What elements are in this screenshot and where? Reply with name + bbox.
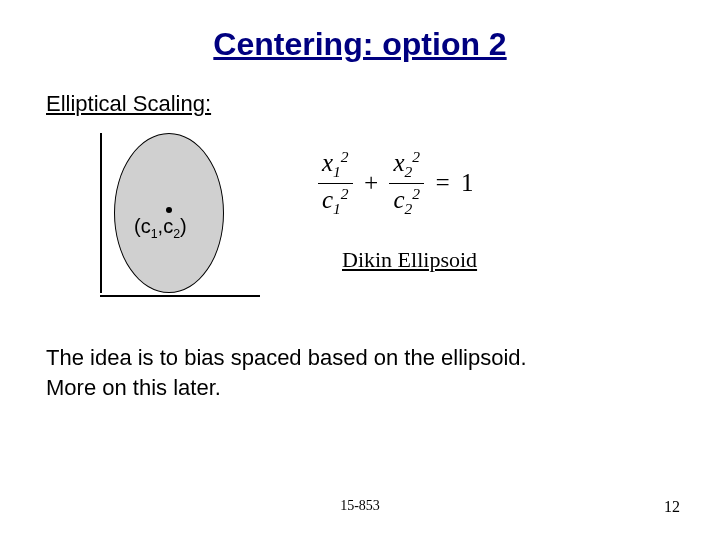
ellipse-equation: x12 c12 + x22 c22 = 1 (318, 149, 477, 217)
numerator-1: x12 (318, 149, 353, 181)
footer-course-number: 15-853 (0, 498, 720, 514)
body-line-1: The idea is to bias spaced based on the … (46, 343, 674, 373)
frac-bar-1 (318, 183, 353, 184)
body-text: The idea is to bias spaced based on the … (46, 343, 674, 402)
sub-1: 1 (151, 227, 158, 241)
equals-sign: = (434, 169, 451, 197)
denominator-1: c12 (318, 186, 353, 218)
ellipse-shape (114, 133, 224, 293)
numerator-2: x22 (389, 149, 424, 181)
center-point-label: (c1,c2) (134, 215, 187, 241)
sub-2: 2 (173, 227, 180, 241)
y-axis (100, 133, 102, 293)
dikin-label: Dikin Ellipsoid (342, 247, 477, 273)
plus-sign: + (363, 169, 380, 197)
center-point-dot (166, 207, 172, 213)
slide-title: Centering: option 2 (46, 26, 674, 63)
figure-row: (c1,c2) x12 c12 + x22 c22 = 1 Dikin Elli (86, 139, 674, 299)
fraction-2: x22 c22 (389, 149, 424, 217)
paren-close: ) (180, 215, 187, 237)
body-line-2: More on this later. (46, 373, 674, 403)
denominator-2: c22 (389, 186, 424, 218)
paren-open: ( (134, 215, 141, 237)
equation-column: x12 c12 + x22 c22 = 1 Dikin Ellipsoid (318, 139, 477, 273)
x-axis (100, 295, 260, 297)
var-c: c (141, 215, 151, 237)
frac-bar-2 (389, 183, 424, 184)
fraction-1: x12 c12 (318, 149, 353, 217)
var-c2: c (163, 215, 173, 237)
footer-page-number: 12 (664, 498, 680, 516)
rhs-one: 1 (461, 169, 474, 197)
section-heading: Elliptical Scaling: (46, 91, 674, 117)
slide: Centering: option 2 Elliptical Scaling: … (0, 0, 720, 540)
ellipse-diagram: (c1,c2) (86, 139, 256, 299)
